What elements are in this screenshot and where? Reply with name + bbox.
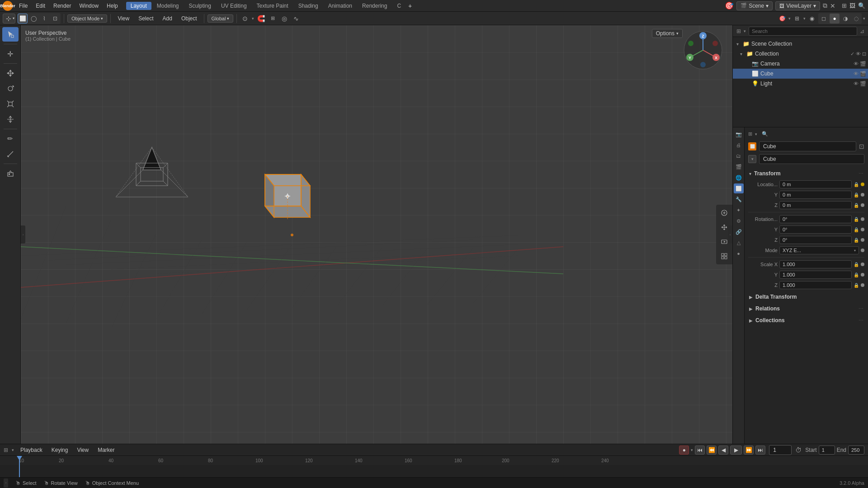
transform-orientation[interactable]: Global ▾ bbox=[208, 14, 234, 23]
grid-view-btn[interactable] bbox=[718, 250, 731, 263]
view-layer-selector[interactable]: 🖼 ViewLayer ▾ bbox=[775, 1, 820, 10]
collection-expand[interactable]: ▾ bbox=[740, 52, 745, 56]
modifier-props-icon[interactable]: 🔧 bbox=[734, 194, 744, 204]
cursor-select-btn[interactable]: ⊡ bbox=[50, 14, 60, 23]
physics-props-icon[interactable]: ⚙ bbox=[734, 216, 744, 226]
workspace-tab-sculpting[interactable]: Sculpting bbox=[184, 2, 216, 10]
search-btn[interactable]: 🔍 bbox=[858, 2, 865, 9]
menu-render[interactable]: Render bbox=[50, 2, 75, 10]
display-mode-btn[interactable]: 🖼 bbox=[849, 2, 855, 9]
close-scene-btn[interactable]: ✕ bbox=[830, 2, 835, 9]
gizmos-btn[interactable]: 🎯 bbox=[777, 14, 787, 23]
options-btn[interactable]: Options ▾ bbox=[652, 29, 683, 38]
relations-section-header[interactable]: ▶ Relations ⋯ bbox=[748, 304, 864, 314]
jump-start-btn[interactable]: ⏮ bbox=[695, 446, 705, 455]
camera-visibility-btn[interactable]: 👁 bbox=[854, 61, 859, 67]
outliner-type-icon[interactable]: ⊞ bbox=[736, 28, 741, 34]
frame-end-field[interactable]: 250 bbox=[848, 446, 864, 455]
outliner-search-input[interactable] bbox=[749, 27, 857, 36]
workspace-tab-texture[interactable]: Texture Paint bbox=[252, 2, 293, 10]
workspace-tab-uv[interactable]: UV Editing bbox=[217, 2, 251, 10]
workspace-tab-animation[interactable]: Animation bbox=[324, 2, 357, 10]
wireframe-mode-btn[interactable]: ◻ bbox=[819, 14, 829, 23]
menu-help[interactable]: Help bbox=[103, 2, 122, 10]
record-btn[interactable]: ● bbox=[679, 446, 689, 455]
material-props-icon[interactable]: ● bbox=[734, 249, 744, 258]
outliner-light[interactable]: ▶ 💡 Light 👁 🎬 bbox=[733, 79, 868, 89]
workspace-tab-modeling[interactable]: Modeling bbox=[152, 2, 184, 10]
collections-section-header[interactable]: ▶ Collections ⋯ bbox=[748, 315, 864, 325]
collection-visibility-btn[interactable]: ✓ bbox=[850, 51, 854, 57]
menu-edit[interactable]: Edit bbox=[32, 2, 49, 10]
proportional-curve-btn[interactable]: ∿ bbox=[291, 14, 301, 23]
menu-file[interactable]: File bbox=[15, 2, 31, 10]
outliner-filter-btn[interactable]: ⊿ bbox=[860, 28, 864, 34]
playback-menu[interactable]: Playback bbox=[18, 446, 45, 454]
xray-btn[interactable]: ◉ bbox=[807, 14, 817, 23]
props-filter-icon[interactable]: 🔍 bbox=[762, 131, 768, 137]
rotation-x-lock[interactable]: 🔒 bbox=[854, 217, 859, 222]
light-render-btn[interactable]: 🎬 bbox=[860, 81, 866, 87]
location-z-lock[interactable]: 🔒 bbox=[854, 203, 859, 208]
workspace-tab-c[interactable]: C bbox=[392, 2, 406, 10]
rotate-tool-btn[interactable] bbox=[2, 81, 19, 96]
object-menu[interactable]: Object bbox=[178, 14, 201, 23]
scale-tool-btn[interactable] bbox=[2, 97, 19, 111]
object-props-icon[interactable]: ⬜ bbox=[734, 183, 744, 193]
play-btn[interactable]: ▶ bbox=[730, 446, 742, 455]
view-layer-props-icon[interactable]: 🗂 bbox=[734, 151, 744, 161]
jump-end-btn[interactable]: ⏭ bbox=[755, 446, 765, 455]
cursor-tool-btn[interactable]: ✛ bbox=[2, 47, 19, 61]
scene-collection-expand[interactable]: ▾ bbox=[736, 42, 741, 47]
outliner-cube[interactable]: ▶ ⬜ Cube 👁 🎬 bbox=[733, 69, 868, 79]
collection-select-btn[interactable]: ⊡ bbox=[862, 51, 866, 57]
add-menu[interactable]: Add bbox=[159, 14, 176, 23]
view-menu[interactable]: View bbox=[114, 14, 133, 23]
workspace-tab-shading[interactable]: Shading bbox=[294, 2, 323, 10]
outliner-scene-collection[interactable]: ▾ 📁 Scene Collection bbox=[733, 39, 868, 49]
navigation-gizmo[interactable]: Z X Y bbox=[683, 30, 723, 70]
rotation-x-field[interactable]: 0° bbox=[779, 215, 852, 223]
rendered-mode-btn[interactable]: ◌ bbox=[851, 14, 861, 23]
copy-scene-btn[interactable]: ⧉ bbox=[823, 2, 827, 9]
sidebar-toggle-left[interactable]: › bbox=[21, 225, 25, 244]
menu-window[interactable]: Window bbox=[75, 2, 102, 10]
select-tool-btn[interactable] bbox=[2, 27, 19, 42]
annotate-tool-btn[interactable]: ✏ bbox=[2, 131, 19, 146]
engine-icon[interactable]: 🎯 bbox=[725, 1, 734, 10]
marker-menu[interactable]: Marker bbox=[95, 446, 117, 454]
scene-props-icon[interactable]: 🎬 bbox=[734, 162, 744, 172]
timeline-type-icon[interactable]: ⊞ bbox=[4, 447, 8, 453]
rotation-z-field[interactable]: 0° bbox=[779, 236, 852, 244]
move-tool-btn[interactable] bbox=[2, 66, 19, 80]
scale-z-lock[interactable]: 🔒 bbox=[854, 283, 859, 288]
transform-tool-btn[interactable] bbox=[2, 112, 19, 127]
view-menu-timeline[interactable]: View bbox=[74, 446, 91, 454]
world-props-icon[interactable]: 🌐 bbox=[734, 173, 744, 183]
step-forward-btn[interactable]: ⏩ bbox=[744, 446, 754, 455]
camera-render-btn[interactable]: 🎬 bbox=[860, 61, 866, 67]
outliner-camera[interactable]: ▶ 📷 Camera 👁 🎬 bbox=[733, 59, 868, 69]
measure-tool-btn[interactable] bbox=[2, 147, 19, 161]
location-y-field[interactable]: 0 m bbox=[779, 191, 852, 199]
editor-type-btn[interactable]: ⊞ bbox=[842, 2, 847, 9]
object-data-props-icon[interactable]: △ bbox=[734, 238, 744, 248]
rotation-y-lock[interactable]: 🔒 bbox=[854, 227, 859, 232]
object-name-options-icon[interactable]: ⊡ bbox=[859, 143, 864, 150]
scale-x-lock[interactable]: 🔒 bbox=[854, 262, 859, 267]
cube-visibility-btn[interactable]: 👁 bbox=[854, 71, 859, 77]
scale-x-field[interactable]: 1.000 bbox=[779, 260, 852, 268]
viewport[interactable]: Z X Y User Perspective (1) Collection | … bbox=[21, 25, 732, 444]
location-y-lock[interactable]: 🔒 bbox=[854, 192, 859, 197]
location-x-field[interactable]: 0 m bbox=[779, 180, 852, 188]
particles-props-icon[interactable]: ✦ bbox=[734, 205, 744, 215]
scale-y-field[interactable]: 1.000 bbox=[779, 271, 852, 279]
sidebar-toggle-right[interactable]: ‹ bbox=[728, 225, 732, 244]
proportional-btn[interactable]: ◎ bbox=[279, 14, 289, 23]
cube-render-btn[interactable]: 🎬 bbox=[860, 71, 866, 77]
snap-settings-btn[interactable]: ⊞ bbox=[268, 14, 278, 23]
time-icon[interactable]: ⏱ bbox=[795, 446, 802, 454]
collection-render-btn[interactable]: 👁 bbox=[856, 51, 861, 57]
mode-selector[interactable]: Object Mode ▾ bbox=[67, 14, 107, 23]
frame-start-field[interactable]: 1 bbox=[819, 446, 835, 455]
